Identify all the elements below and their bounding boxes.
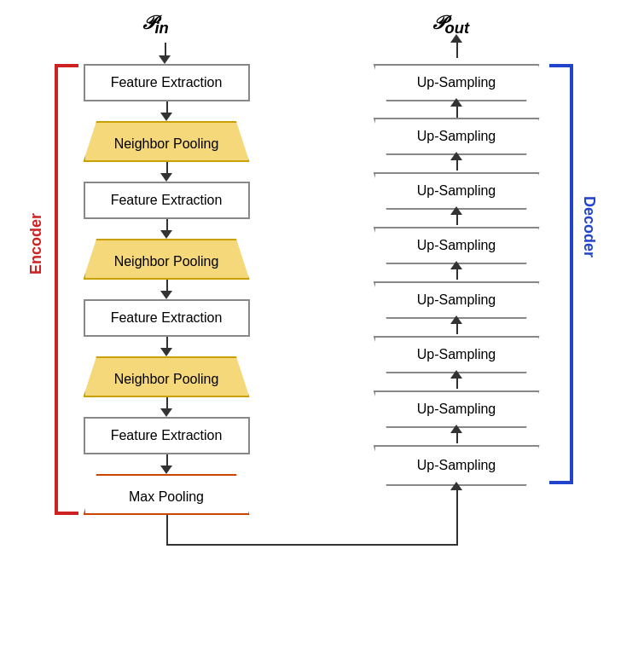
feature-extraction-1: Feature Extraction [84, 64, 250, 101]
up-sampling-4: Up-Sampling [374, 227, 540, 264]
arr-enc-5-head [160, 348, 172, 356]
neighbor-pooling-1: Neighbor Pooling [84, 121, 250, 162]
conn-arrow-up-head [450, 482, 462, 490]
arrow-pin-head [159, 55, 171, 64]
conn-v-down [166, 515, 168, 546]
arrow-pout-line [456, 43, 458, 58]
arr-dec-1-head [450, 98, 462, 107]
conn-h-bottom [166, 544, 458, 546]
arr-enc-3-head [160, 230, 172, 239]
up-sampling-7: Up-Sampling [374, 390, 540, 428]
feature-extraction-4: Feature Extraction [84, 417, 250, 454]
feature-extraction-3: Feature Extraction [84, 299, 250, 337]
decoder-bracket [549, 64, 573, 484]
up-sampling-1: Up-Sampling [374, 64, 540, 101]
arr-dec-2-head [450, 152, 462, 160]
arr-enc-6-head [160, 408, 172, 417]
feature-extraction-2: Feature Extraction [84, 182, 250, 219]
up-sampling-6: Up-Sampling [374, 336, 540, 373]
arr-dec-4-head [450, 261, 462, 269]
arr-enc-4-head [160, 291, 172, 299]
up-sampling-8: Up-Sampling [374, 445, 540, 486]
neighbor-pooling-2: Neighbor Pooling [84, 239, 250, 280]
max-pooling: Max Pooling [84, 474, 250, 515]
conn-v-up [456, 486, 458, 546]
arr-enc-2-head [160, 173, 172, 182]
arr-dec-5-head [450, 315, 462, 324]
arr-dec-7-head [450, 425, 462, 433]
pin-label: 𝒫in [142, 12, 169, 38]
arr-dec-3-head [450, 206, 462, 215]
arr-enc-7-head [160, 466, 172, 474]
arr-dec-6-head [450, 370, 462, 379]
encoder-label: Encoder [27, 213, 45, 275]
encoder-bracket [55, 64, 78, 515]
decoder-label: Decoder [580, 196, 598, 257]
arr-enc-1-head [160, 113, 172, 121]
up-sampling-2: Up-Sampling [374, 118, 540, 155]
neighbor-pooling-3: Neighbor Pooling [84, 356, 250, 397]
arrow-pout-head [450, 34, 462, 43]
diagram-container: 𝒫in 𝒫out Feature Extraction Neighbor Poo… [15, 9, 629, 656]
up-sampling-5: Up-Sampling [374, 281, 540, 319]
up-sampling-3: Up-Sampling [374, 172, 540, 210]
